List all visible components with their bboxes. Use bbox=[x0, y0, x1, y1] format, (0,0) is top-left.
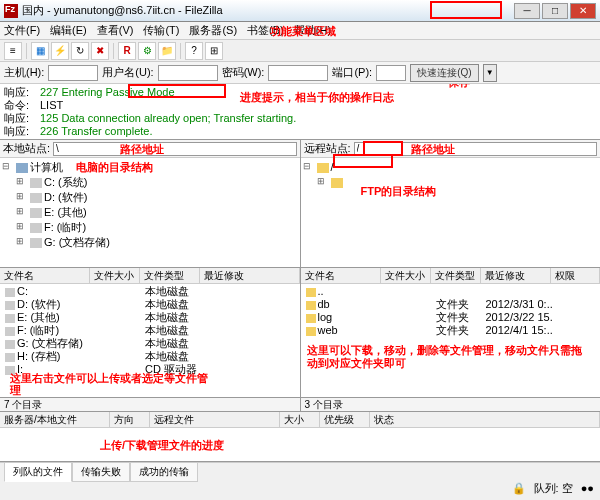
annotation-queue: 上传/下载管理文件的进度 bbox=[100, 438, 224, 453]
toolbar-icon[interactable]: R bbox=[118, 42, 136, 60]
col-size[interactable]: 文件大小 bbox=[381, 268, 431, 283]
local-file-pane: 文件名 文件大小 文件类型 最近修改 C:本地磁盘D: (软件)本地磁盘E: (… bbox=[0, 268, 301, 397]
port-input[interactable] bbox=[376, 65, 406, 81]
toolbar-icon[interactable]: ⚡ bbox=[51, 42, 69, 60]
menu-transfer[interactable]: 传输(T) bbox=[143, 23, 179, 38]
quickconnect-button[interactable]: 快速连接(Q) bbox=[410, 64, 478, 82]
tab-queued[interactable]: 列队的文件 bbox=[4, 462, 72, 482]
toolbar-icon[interactable]: 📁 bbox=[158, 42, 176, 60]
lock-icon: 🔒 bbox=[512, 482, 526, 495]
annotation-remoteop: 这里可以下载，移动，删除等文件管理，移动文件只需拖动到对应文件夹即可 bbox=[307, 344, 587, 370]
user-input[interactable] bbox=[158, 65, 218, 81]
minimize-button[interactable]: ─ bbox=[514, 3, 540, 19]
menu-view[interactable]: 查看(V) bbox=[97, 23, 134, 38]
annotation-rpath: 路径地址 bbox=[411, 142, 455, 157]
tree-item[interactable] bbox=[317, 175, 599, 190]
remote-tree-pane: 远程站点: / 路径地址 FTP的目录结构 bbox=[301, 140, 601, 267]
close-button[interactable]: ✕ bbox=[570, 3, 596, 19]
tab-success[interactable]: 成功的传输 bbox=[130, 462, 198, 482]
titlebar: 国内 - yumanutong@ns6.7iit.cn - FileZilla … bbox=[0, 0, 600, 22]
port-label: 端口(P): bbox=[332, 65, 372, 80]
file-row[interactable]: log文件夹2012/3/22 15... bbox=[302, 311, 600, 324]
file-row[interactable]: H: (存档)本地磁盘 bbox=[1, 350, 299, 363]
tree-item[interactable]: F: (临时) bbox=[16, 220, 298, 235]
toolbar: ≡ ▦ ⚡ ↻ ✖ R ⚙ 📁 ? ⊞ bbox=[0, 40, 600, 62]
tree-item[interactable]: E: (其他) bbox=[16, 205, 298, 220]
host-input[interactable] bbox=[48, 65, 98, 81]
queue-tabs: 列队的文件 传输失败 成功的传输 bbox=[0, 462, 600, 480]
tree-item[interactable]: / bbox=[303, 160, 599, 175]
file-row[interactable]: C:本地磁盘 bbox=[1, 285, 299, 298]
pass-label: 密码(W): bbox=[222, 65, 265, 80]
file-row[interactable]: G: (文档存储)本地磁盘 bbox=[1, 337, 299, 350]
queue-status: 队列: 空 bbox=[534, 481, 573, 496]
statusbar: 🔒 队列: 空 ●● bbox=[0, 480, 600, 496]
local-tree-pane: 本地站点: 计算机C: (系统)D: (软件)E: (其他)F: (临时)G: … bbox=[0, 140, 301, 267]
tab-failed[interactable]: 传输失败 bbox=[72, 462, 130, 482]
local-path-input[interactable] bbox=[53, 142, 296, 156]
file-row[interactable]: .. bbox=[302, 285, 600, 298]
file-row[interactable]: db文件夹2012/3/31 0:... bbox=[302, 298, 600, 311]
qcol-srv[interactable]: 服务器/本地文件 bbox=[0, 412, 110, 427]
toolbar-icon[interactable]: ↻ bbox=[71, 42, 89, 60]
qcol-remote[interactable]: 远程文件 bbox=[150, 412, 280, 427]
col-size[interactable]: 文件大小 bbox=[90, 268, 140, 283]
toolbar-cancel-icon[interactable]: ✖ bbox=[91, 42, 109, 60]
qcol-size[interactable]: 大小 bbox=[280, 412, 320, 427]
quickconnect-dropdown[interactable]: ▼ bbox=[483, 64, 497, 82]
remote-file-pane: 文件名 文件大小 文件类型 最近修改 权限 ..db文件夹2012/3/31 0… bbox=[301, 268, 601, 397]
col-mod[interactable]: 最近修改 bbox=[200, 268, 300, 283]
qcol-stat[interactable]: 状态 bbox=[370, 412, 600, 427]
remote-file-header[interactable]: 文件名 文件大小 文件类型 最近修改 权限 bbox=[301, 268, 601, 284]
toolbar-icon[interactable]: ? bbox=[185, 42, 203, 60]
annotation-path: 路径地址 bbox=[120, 142, 164, 157]
menubar: 文件(F) 编辑(E) 查看(V) 传输(T) 服务器(S) 书签(B) 帮助(… bbox=[0, 22, 600, 40]
file-row[interactable]: web文件夹2012/4/1 15:... bbox=[302, 324, 600, 337]
annotation-log: 进度提示，相当于你的操作日志 bbox=[240, 90, 394, 105]
file-row[interactable]: D: (软件)本地磁盘 bbox=[1, 298, 299, 311]
menu-file[interactable]: 文件(F) bbox=[4, 23, 40, 38]
local-status: 7 个目录 bbox=[0, 398, 301, 412]
tree-item[interactable]: D: (软件) bbox=[16, 190, 298, 205]
annotation-rtree: FTP的目录结构 bbox=[361, 184, 437, 199]
local-file-header[interactable]: 文件名 文件大小 文件类型 最近修改 bbox=[0, 268, 300, 284]
annotation-login: 这里也可以登录不过账户不能保存 bbox=[448, 84, 598, 88]
annotation-localop: 这里右击文件可以上传或者选定等文件管理 bbox=[10, 372, 210, 396]
annotation-localtree: 电脑的目录结构 bbox=[76, 160, 153, 175]
col-type[interactable]: 文件类型 bbox=[140, 268, 200, 283]
local-site-label: 本地站点: bbox=[3, 141, 50, 156]
file-row[interactable]: F: (临时)本地磁盘 bbox=[1, 324, 299, 337]
pass-input[interactable] bbox=[268, 65, 328, 81]
qcol-prio[interactable]: 优先级 bbox=[320, 412, 370, 427]
message-log[interactable]: 响应:227 Entering Passive Mode命令:LIST响应:12… bbox=[0, 84, 600, 140]
remote-status: 3 个目录 bbox=[301, 398, 601, 412]
toolbar-icon[interactable]: ▦ bbox=[31, 42, 49, 60]
maximize-button[interactable]: □ bbox=[542, 3, 568, 19]
menu-edit[interactable]: 编辑(E) bbox=[50, 23, 87, 38]
menu-server[interactable]: 服务器(S) bbox=[189, 23, 237, 38]
toolbar-icon[interactable]: ⚙ bbox=[138, 42, 156, 60]
toolbar-icon[interactable]: ⊞ bbox=[205, 42, 223, 60]
transfer-queue[interactable]: 服务器/本地文件 方向 远程文件 大小 优先级 状态 上传/下载管理文件的进度 bbox=[0, 412, 600, 462]
annotation-menu: 功能菜单区域 bbox=[270, 24, 336, 39]
col-name[interactable]: 文件名 bbox=[0, 268, 90, 283]
toolbar-sitemanager-icon[interactable]: ≡ bbox=[4, 42, 22, 60]
remote-file-list[interactable]: ..db文件夹2012/3/31 0:...log文件夹2012/3/22 15… bbox=[301, 284, 601, 397]
qcol-dir[interactable]: 方向 bbox=[110, 412, 150, 427]
col-type[interactable]: 文件类型 bbox=[431, 268, 481, 283]
col-name[interactable]: 文件名 bbox=[301, 268, 381, 283]
file-row[interactable]: E: (其他)本地磁盘 bbox=[1, 311, 299, 324]
tree-item[interactable]: C: (系统) bbox=[16, 175, 298, 190]
user-label: 用户名(U): bbox=[102, 65, 153, 80]
remote-tree[interactable]: / bbox=[301, 158, 601, 267]
app-icon bbox=[4, 4, 18, 18]
host-label: 主机(H): bbox=[4, 65, 44, 80]
quickconnect-bar: 主机(H): 用户名(U): 密码(W): 端口(P): 快速连接(Q) ▼ bbox=[0, 62, 600, 84]
col-perm[interactable]: 权限 bbox=[551, 268, 601, 283]
tree-item[interactable]: G: (文档存储) bbox=[16, 235, 298, 250]
col-mod[interactable]: 最近修改 bbox=[481, 268, 551, 283]
